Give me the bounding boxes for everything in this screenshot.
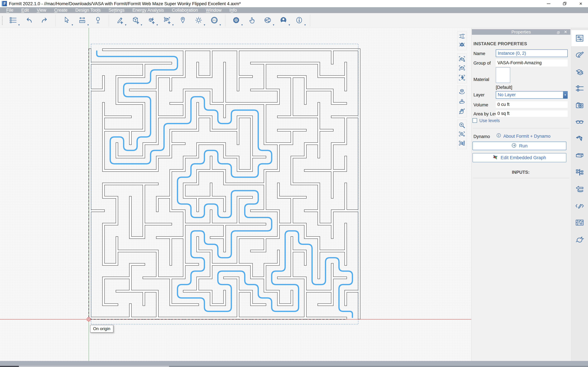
- account-button[interactable]: ▼: [279, 14, 288, 26]
- dock-materials[interactable]: [571, 47, 588, 63]
- run-button[interactable]: Run: [473, 142, 566, 150]
- divider: [473, 128, 570, 128]
- menu-energy-analysis[interactable]: Energy Analysis: [129, 7, 168, 13]
- instance-name-input[interactable]: [496, 50, 568, 57]
- undock-panel-icon[interactable]: [557, 30, 560, 35]
- material-swatch[interactable]: [496, 67, 510, 83]
- main-menu-button[interactable]: ▼: [8, 14, 18, 26]
- shadows-icon: [195, 16, 202, 25]
- dropdown-arrow-icon[interactable]: ▼: [304, 24, 306, 26]
- menu-edit[interactable]: Edit: [17, 7, 33, 13]
- volume-value: 0 cu ft: [496, 101, 568, 108]
- select-tool-button[interactable]: ▼: [62, 14, 71, 26]
- menu-create[interactable]: Create: [50, 7, 71, 13]
- model-canvas[interactable]: On origin: [0, 28, 471, 361]
- insight-metric-button[interactable]: 19.1▼: [210, 14, 219, 26]
- menu-window[interactable]: Window: [202, 7, 225, 13]
- close-button[interactable]: ×: [578, 0, 584, 7]
- dimension-tool-button[interactable]: ▼: [78, 14, 87, 26]
- orbit-button[interactable]: [458, 88, 466, 96]
- levels-pin-icon: [94, 16, 102, 25]
- dock-scenes[interactable]: [571, 97, 588, 113]
- use-levels-label: Use levels: [479, 118, 500, 123]
- menu-collaboration[interactable]: Collaboration: [168, 7, 202, 13]
- menu-info[interactable]: Info: [225, 7, 241, 13]
- close-panel-icon[interactable]: ✕: [564, 30, 567, 34]
- dropdown-arrow-icon[interactable]: ▼: [140, 24, 143, 26]
- dynamo-logo-icon: [493, 154, 498, 161]
- dock-import[interactable]: [571, 181, 588, 197]
- shadows-button[interactable]: ▼: [194, 14, 203, 26]
- info-button[interactable]: ▼: [294, 14, 304, 26]
- dock-code-editor[interactable]: [571, 198, 588, 214]
- zoom-window-button[interactable]: [458, 131, 466, 138]
- origin-marker: [87, 317, 91, 321]
- look-around-button[interactable]: [458, 98, 466, 105]
- axonometric-view-button[interactable]: [458, 41, 466, 49]
- menu-settings[interactable]: Settings: [104, 7, 129, 13]
- zoom-fit-button[interactable]: [458, 65, 466, 72]
- layer-dropdown[interactable]: No Layer ▼: [496, 91, 568, 99]
- status-bar: [0, 361, 588, 366]
- zoom-fit-selection-button[interactable]: [458, 55, 466, 63]
- edit-embedded-graph-button[interactable]: Edit Embedded Graph: [473, 153, 566, 162]
- add-primitive-button[interactable]: ▼: [131, 14, 140, 26]
- chevron-down-icon[interactable]: ▼: [563, 92, 567, 98]
- dock-levels[interactable]: [571, 81, 588, 97]
- toolbar-group-3: ▼▼▼▼▼19.1▼: [112, 14, 222, 26]
- toolbar-drag-handle[interactable]: [2, 16, 3, 25]
- menu-view[interactable]: View: [33, 7, 50, 13]
- dropdown-arrow-icon[interactable]: ▼: [18, 24, 20, 26]
- redo-button[interactable]: [40, 14, 49, 26]
- sketch-tool-button[interactable]: ▼: [115, 14, 125, 26]
- dropdown-arrow-icon[interactable]: ▼: [71, 24, 74, 26]
- dock-hinges[interactable]: [571, 131, 588, 147]
- view-toolbar-group-4: [457, 120, 467, 149]
- dock-layers[interactable]: [571, 64, 588, 80]
- properties-panel-header[interactable]: Properties ✕: [472, 29, 571, 35]
- dock-plugins[interactable]: [571, 232, 588, 248]
- dropdown-arrow-icon[interactable]: ▼: [203, 24, 206, 26]
- layer-label: Layer: [474, 92, 484, 98]
- dynamo-label: Dynamo: [474, 134, 490, 139]
- zoom-object-button[interactable]: [458, 140, 466, 147]
- dock-solid-tools[interactable]: [571, 148, 588, 164]
- dock-visual-styles[interactable]: [571, 114, 588, 130]
- menu-design-tools[interactable]: Design Tools: [71, 7, 104, 13]
- dimension-icon: [78, 16, 86, 25]
- levels-tool-button[interactable]: [93, 14, 103, 26]
- dock-vasa-plugin[interactable]: [571, 215, 588, 231]
- menu-file[interactable]: File: [2, 7, 17, 13]
- dropdown-arrow-icon[interactable]: ▼: [241, 24, 243, 26]
- dropdown-arrow-icon[interactable]: ▼: [156, 24, 158, 26]
- dropdown-arrow-icon[interactable]: ▼: [87, 24, 89, 26]
- zoom-in-button[interactable]: [458, 121, 466, 129]
- zoom-in-icon: [458, 122, 466, 129]
- dropdown-arrow-icon[interactable]: ▼: [124, 24, 127, 26]
- dock-object-tree[interactable]: [571, 164, 588, 180]
- dock-properties[interactable]: [571, 30, 588, 46]
- minimize-button[interactable]: ─: [545, 0, 552, 7]
- use-levels-checkbox[interactable]: [473, 118, 477, 123]
- add-group-button[interactable]: ▼: [162, 14, 172, 26]
- dropdown-arrow-icon[interactable]: ▼: [272, 24, 275, 26]
- info-icon: [295, 16, 303, 25]
- properties-panel-icon: [575, 33, 584, 43]
- pan-button[interactable]: [458, 108, 466, 115]
- dropdown-arrow-icon[interactable]: ▼: [172, 24, 174, 26]
- touch-mode-button[interactable]: [247, 14, 257, 26]
- share-button[interactable]: ▼: [263, 14, 272, 26]
- first-person-view-button[interactable]: [458, 74, 466, 82]
- group-of-value: VASA-Formit-Amazing: [496, 59, 568, 67]
- energy-add-icon: [147, 16, 155, 25]
- add-energy-object-button[interactable]: ▼: [147, 14, 156, 26]
- settings-button[interactable]: ▼: [231, 14, 241, 26]
- dropdown-arrow-icon[interactable]: ▼: [288, 24, 290, 26]
- dropdown-arrow-icon[interactable]: ▼: [219, 24, 221, 26]
- location-button[interactable]: [178, 14, 188, 26]
- undo-button[interactable]: [24, 14, 34, 26]
- about-formit-dynamo-link[interactable]: About FormIt + Dynamo: [503, 134, 550, 139]
- restore-button[interactable]: [562, 0, 568, 7]
- location-icon: [179, 16, 187, 25]
- perspective-view-button[interactable]: [458, 33, 466, 40]
